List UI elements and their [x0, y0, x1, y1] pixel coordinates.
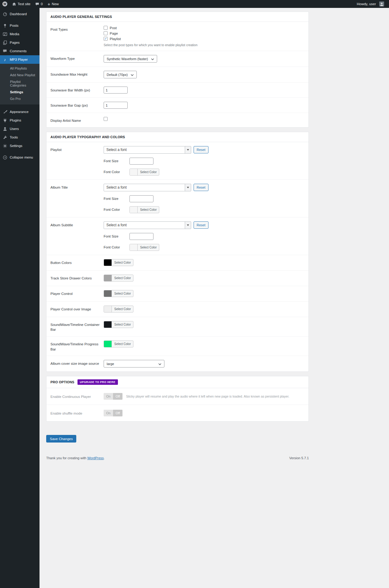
submenu-item-playlist-categories[interactable]: Playlist Categories — [0, 78, 40, 89]
submenu-item-go-pro[interactable]: Go Pro — [0, 95, 40, 102]
toggle-off-segment[interactable]: Off — [113, 410, 122, 416]
color-swatch[interactable] — [104, 306, 112, 312]
dropdown-arrow-icon[interactable] — [185, 222, 191, 229]
my-account-menu[interactable]: Howdy, user — [354, 0, 387, 8]
submenu-item-settings[interactable]: Settings — [0, 89, 40, 95]
comments-counter[interactable]: 0 — [33, 0, 45, 8]
select-color-label[interactable]: Select Color — [112, 259, 133, 266]
shuffle-mode-toggle[interactable]: On Off — [104, 410, 122, 416]
bar-gap-input[interactable] — [104, 102, 128, 109]
sidebar-item-plugins[interactable]: Plugins — [0, 116, 40, 125]
album-title-font-size-input[interactable] — [129, 195, 153, 202]
select-color-label[interactable]: Select Color — [112, 321, 133, 328]
sidebar-item-settings[interactable]: Settings — [0, 142, 40, 150]
sidebar-item-appearance[interactable]: Appearance — [0, 108, 40, 116]
font-size-label: Font Size — [104, 234, 129, 238]
setting-label: Soundwave Max Height — [50, 71, 104, 77]
save-changes-button[interactable]: Save Changes — [46, 435, 76, 443]
howdy-text: Howdy, user — [357, 2, 376, 6]
playlist-font-size-input[interactable] — [129, 158, 153, 165]
new-content-menu[interactable]: + New — [45, 0, 61, 8]
font-size-label: Font Size — [104, 159, 129, 163]
submenu-item-all-playlists[interactable]: All Playlists — [0, 65, 40, 72]
setting-label: Album Title — [50, 184, 104, 190]
setting-label: SoundWave/Timeline Container Bar — [50, 321, 104, 332]
wordpress-link[interactable]: WordPress — [87, 456, 104, 460]
sidebar-item-comments[interactable]: Comments — [0, 47, 40, 55]
color-swatch[interactable] — [130, 207, 138, 213]
sidebar-item-mp3-player[interactable]: ♪ MP3 Player — [0, 55, 40, 64]
sidebar-item-pages[interactable]: Pages — [0, 38, 40, 47]
sidebar-item-dashboard[interactable]: Dashboard — [0, 10, 40, 18]
site-name-link[interactable]: Test site — [10, 0, 33, 8]
typography-colors-panel: AUDIO PLAYER TYPOGRAPHY AND COLORS Playl… — [46, 132, 309, 372]
player-control-over-image-picker[interactable]: Select Color — [104, 306, 133, 313]
reset-button[interactable]: Reset — [194, 221, 208, 229]
post-type-option-post[interactable]: Post — [104, 26, 305, 30]
checkbox-post[interactable] — [104, 26, 108, 30]
select-color-label[interactable]: Select Color — [112, 306, 133, 312]
post-type-option-page[interactable]: Page — [104, 31, 305, 35]
reset-button[interactable]: Reset — [194, 146, 208, 153]
color-swatch[interactable] — [104, 341, 112, 347]
comment-bubble-icon — [35, 2, 39, 6]
playlist-font-select[interactable]: Select a font — [104, 146, 191, 154]
chevron-down-icon — [131, 73, 134, 77]
button-colors-picker[interactable]: Select Color — [104, 259, 133, 266]
dropdown-arrow-icon[interactable] — [185, 146, 191, 153]
album-title-font-select[interactable]: Select a font — [104, 184, 191, 191]
continuous-player-toggle[interactable]: On Off — [104, 393, 122, 400]
color-swatch[interactable] — [104, 321, 112, 328]
sidebar-item-users[interactable]: Users — [0, 125, 40, 133]
select-color-label[interactable]: Select Color — [112, 275, 133, 281]
album-subtitle-font-select[interactable]: Select a font — [104, 221, 191, 229]
continuous-player-help: Sticky player will resume and play the a… — [126, 393, 289, 399]
select-color-label[interactable]: Select Color — [138, 207, 159, 213]
collapse-menu-button[interactable]: Collapse menu — [0, 153, 40, 162]
display-artist-checkbox[interactable] — [104, 117, 108, 121]
album-title-font-row: Album Title Select a font Reset Font Siz… — [46, 180, 308, 217]
post-type-option-playlist[interactable]: ✓ Playlist — [104, 37, 305, 41]
select-color-label[interactable]: Select Color — [112, 290, 133, 297]
select-color-label[interactable]: Select Color — [138, 244, 159, 251]
plug-icon — [2, 118, 7, 123]
color-swatch[interactable] — [130, 169, 138, 175]
toggle-off-segment[interactable]: Off — [113, 393, 122, 400]
album-cover-size-select[interactable]: large — [104, 360, 164, 368]
color-swatch[interactable] — [104, 290, 112, 297]
reset-button[interactable]: Reset — [194, 184, 208, 191]
submenu-item-add-new-playlist[interactable]: Add New Playlist — [0, 72, 40, 78]
checkbox-playlist[interactable]: ✓ — [104, 37, 108, 41]
soundwave-max-height-select[interactable]: Default (70px) — [104, 71, 137, 78]
sidebar-item-media[interactable]: Media — [0, 30, 40, 38]
checkbox-page[interactable] — [104, 31, 108, 35]
sidebar-item-label: Comments — [10, 49, 27, 53]
album-subtitle-font-color-picker[interactable]: Select Color — [129, 244, 159, 251]
toggle-on-segment[interactable]: On — [104, 393, 113, 400]
soundwave-progress-bar-picker[interactable]: Select Color — [104, 340, 133, 347]
player-control-picker[interactable]: Select Color — [104, 290, 133, 297]
select-color-label[interactable]: Select Color — [138, 169, 159, 175]
section-title: PRO OPTIONS — [50, 380, 74, 384]
color-swatch[interactable] — [130, 244, 138, 251]
bar-width-input[interactable] — [104, 87, 128, 94]
sidebar-item-posts[interactable]: Posts — [0, 21, 40, 30]
collapse-arrow-icon — [2, 155, 7, 160]
dropdown-arrow-icon[interactable] — [185, 184, 191, 191]
toggle-on-segment[interactable]: On — [104, 410, 113, 416]
person-icon — [2, 126, 7, 131]
color-swatch[interactable] — [104, 275, 112, 281]
playlist-font-color-picker[interactable]: Select Color — [129, 169, 159, 176]
soundwave-container-bar-picker[interactable]: Select Color — [104, 321, 133, 328]
track-store-drawer-colors-picker[interactable]: Select Color — [104, 275, 133, 282]
album-title-font-color-picker[interactable]: Select Color — [129, 206, 159, 213]
wordpress-menu[interactable]: W — [0, 0, 10, 8]
checkbox-label: Playlist — [110, 37, 121, 41]
color-swatch[interactable] — [104, 259, 112, 266]
album-subtitle-font-size-input[interactable] — [129, 233, 153, 240]
upgrade-to-pro-badge[interactable]: UPGRADE TO PRO HERE — [77, 379, 118, 385]
track-store-drawer-colors-row: Track Store Drawer Colors Select Color — [46, 271, 308, 286]
select-color-label[interactable]: Select Color — [112, 341, 133, 347]
waveform-type-select[interactable]: Synthetic Waveform (faster) — [104, 55, 157, 63]
sidebar-item-tools[interactable]: Tools — [0, 133, 40, 142]
